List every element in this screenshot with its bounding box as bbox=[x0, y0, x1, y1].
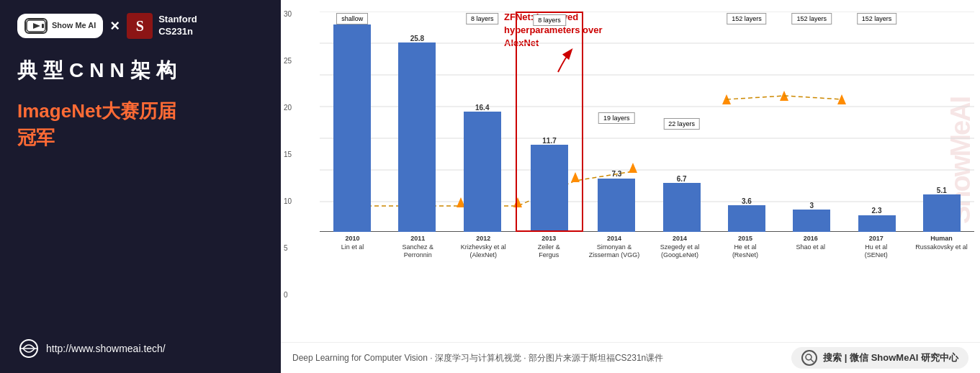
badge-8layers-2: 8 layers bbox=[533, 14, 566, 26]
showmeai-text: Show Me AI bbox=[52, 21, 96, 30]
badge-8layers-1: 8 layers bbox=[466, 13, 499, 24]
xlabel-8: 2017Hu et al(SENet) bbox=[843, 235, 909, 260]
showmeai-icon bbox=[24, 18, 48, 34]
xlabel-1: 2011Sanchez &Perronnin bbox=[385, 235, 451, 260]
badge-shallow-1: shallow bbox=[336, 13, 368, 24]
search-label: 搜索 | 微信 ShowMeAI 研究中心 bbox=[823, 351, 958, 364]
bar-group-1: 25.8 bbox=[385, 12, 449, 232]
bar-val-6: 3.6 bbox=[742, 197, 752, 205]
footer: Deep Learning for Computer Vision · 深度学习… bbox=[281, 342, 980, 373]
bar-6 bbox=[728, 205, 765, 232]
logo-row: Show Me AI × S StanfordCS231n bbox=[17, 13, 264, 39]
stanford-letter: S bbox=[127, 13, 153, 39]
y-axis: 0 5 10 15 20 25 30 bbox=[284, 10, 292, 299]
x-axis-labels: 2010Lin et al 2011Sanchez &Perronnin 201… bbox=[320, 235, 974, 260]
xlabel-3: 2013Zeiler &Fergus bbox=[516, 235, 582, 260]
stanford-text: StanfordCS231n bbox=[158, 14, 197, 38]
xlabel-0: 2010Lin et al bbox=[320, 235, 385, 251]
badge-19layers: 19 layers bbox=[598, 112, 635, 124]
bar-val-7: 3 bbox=[809, 202, 814, 210]
search-badge[interactable]: 搜索 | 微信 ShowMeAI 研究中心 bbox=[791, 347, 968, 369]
bar-val-3: 11.7 bbox=[542, 137, 556, 145]
badge-152layers-2: 152 layers bbox=[791, 13, 832, 24]
svg-point-23 bbox=[806, 354, 812, 360]
bar-4 bbox=[598, 179, 635, 232]
svg-marker-1 bbox=[33, 23, 40, 29]
bar-group-8: 152 layers 2.3 bbox=[844, 12, 909, 232]
bar-group-4: 19 layers 7.3 bbox=[584, 12, 649, 232]
search-icon bbox=[801, 350, 817, 366]
url-text: http://www.showmeai.tech/ bbox=[46, 343, 166, 354]
bar-group-3-highlighted: 8 layers 11.7 bbox=[516, 12, 583, 232]
bar-group-6: 152 layers 3.6 bbox=[714, 12, 779, 232]
xlabel-5: 2014Szegedy et al(GoogLeNet) bbox=[647, 235, 713, 260]
multiply-sign: × bbox=[110, 17, 120, 35]
xlabel-4: 2014Simonyan &Zisserman (VGG) bbox=[582, 235, 647, 260]
bar-8 bbox=[858, 215, 896, 232]
bar-1 bbox=[398, 42, 436, 232]
bar-group-5: 22 layers 6.7 bbox=[649, 12, 714, 232]
stanford-logo: S StanfordCS231n bbox=[127, 13, 197, 39]
bar-val-8: 2.3 bbox=[872, 207, 882, 215]
bar-0 bbox=[333, 24, 371, 232]
bars-area: shallow 28.2 25.8 8 layers bbox=[320, 12, 974, 260]
badge-152layers-1: 152 layers bbox=[727, 13, 767, 24]
left-panel: Show Me AI × S StanfordCS231n 典型CNN架构 Im… bbox=[0, 0, 281, 373]
svg-rect-2 bbox=[42, 24, 44, 28]
bar-val-2: 16.4 bbox=[475, 104, 489, 112]
bar-group-0: shallow 28.2 bbox=[320, 12, 385, 232]
bar-val-1: 25.8 bbox=[410, 35, 424, 42]
xlabel-6: 2015He et al(ResNet) bbox=[712, 235, 778, 260]
bar-5 bbox=[663, 183, 701, 232]
right-panel: ShowMeAI 0 5 10 15 20 25 30 ZFNet: Impro… bbox=[281, 0, 980, 373]
xlabel-2: 2012Krizhevsky et al(AlexNet) bbox=[451, 235, 516, 260]
xlabel-7: 2016Shao et al bbox=[778, 235, 843, 251]
subtitle: ImageNet大赛历届 冠军 bbox=[17, 98, 264, 150]
bar-3 bbox=[531, 145, 568, 230]
bar-2 bbox=[464, 112, 501, 232]
badge-152layers-3: 152 layers bbox=[857, 13, 897, 24]
url-row[interactable]: http://www.showmeai.tech/ bbox=[17, 330, 264, 360]
showmeai-logo-box: Show Me AI bbox=[17, 14, 103, 38]
bar-val-5: 6.7 bbox=[677, 175, 687, 183]
bars-container: shallow 28.2 25.8 8 layers bbox=[320, 12, 974, 232]
bar-group-7: 152 layers 3 bbox=[779, 12, 844, 232]
bar-group-2: 8 layers 16.4 bbox=[450, 12, 515, 232]
footer-text: Deep Learning for Computer Vision · 深度学习… bbox=[292, 352, 663, 364]
badge-22layers: 22 layers bbox=[663, 118, 700, 130]
bar-9 bbox=[923, 194, 961, 232]
url-icon bbox=[17, 337, 40, 360]
bar-val-9: 5.1 bbox=[937, 186, 947, 194]
bar-group-9: 5.1 bbox=[909, 12, 974, 232]
main-title: 典型CNN架构 bbox=[17, 58, 264, 84]
svg-line-24 bbox=[811, 359, 814, 362]
xlabel-9: HumanRussakovsky et al bbox=[909, 235, 974, 251]
bar-7 bbox=[793, 210, 830, 232]
bar-val-4: 7.3 bbox=[611, 170, 621, 178]
